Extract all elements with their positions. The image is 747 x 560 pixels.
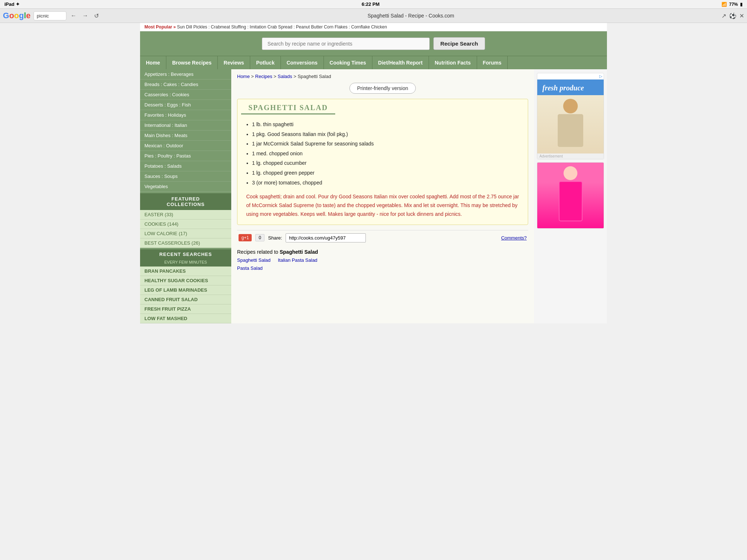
sidebar: Appetizers : Beverages Breads : Cakes : … <box>140 69 231 323</box>
related-link-1[interactable]: Spaghetti Salad <box>237 257 271 263</box>
search-leg-of-lamb[interactable]: LEG OF LAMB MARINADES <box>140 285 231 295</box>
printer-btn-row: Printer-friendly version <box>237 83 528 94</box>
share-icon[interactable]: ↗ <box>721 12 726 19</box>
g-plus-count: 0 <box>255 234 264 241</box>
search-input[interactable] <box>262 38 430 50</box>
recipe-title: SPAGHETTI SALAD <box>237 99 528 114</box>
comments-link[interactable]: Comments? <box>501 235 527 241</box>
recent-searches-header: RECENT SEARCHES <box>140 249 231 259</box>
related-link-2[interactable]: Italian Pasta Salad <box>278 257 317 263</box>
breadcrumb-salads[interactable]: Salads <box>278 74 292 79</box>
ingredient-3: 1 jar McCormick Salad Supreme for season… <box>252 139 519 149</box>
recipe-card: SPAGHETTI SALAD 1 lb. thin spaghetti 1 p… <box>237 99 528 225</box>
sidebar-item-pies[interactable]: Pies : Poultry : Pastas <box>140 151 231 161</box>
ad-label: Advertisement <box>537 153 604 159</box>
sidebar-item-mexican[interactable]: Mexican : Outdoor <box>140 141 231 151</box>
nav-cooking-times[interactable]: Cooking Times <box>324 56 372 69</box>
sidebar-item-potatoes[interactable]: Potatoes : Salads <box>140 161 231 171</box>
sidebar-item-appetizers[interactable]: Appetizers : Beverages <box>140 69 231 79</box>
sidebar-item-desserts[interactable]: Desserts : Eggs : Fish <box>140 100 231 110</box>
status-bar: iPad ✦ 6:22 PM 📶 77% ▮ <box>0 0 747 9</box>
related-link-3[interactable]: Pasta Salad <box>237 265 263 271</box>
ingredient-1: 1 lb. thin spaghetti <box>252 120 519 129</box>
battery-icon: ▮ <box>740 2 743 7</box>
browser-chrome: Google picnic ← → ↺ Spaghetti Salad - Re… <box>0 9 747 23</box>
browser-icons: ↗ ⚽ ✕ <box>721 12 744 19</box>
ad-image-1 <box>537 95 604 153</box>
popular-link-4[interactable]: Peanut Butter Corn Flakes <box>296 24 347 30</box>
nav-nutrition[interactable]: Nutrition Facts <box>429 56 477 69</box>
forward-button[interactable]: → <box>81 12 90 20</box>
website: Most Popular » Sun Dill Pickles : Crabme… <box>140 23 607 323</box>
breadcrumb-current: Spaghetti Salad <box>298 74 331 79</box>
url-bar[interactable]: picnic <box>34 11 66 20</box>
status-left: iPad ✦ <box>4 1 20 7</box>
recipe-instructions: Cook spaghetti; drain and cool. Pour dry… <box>237 192 528 224</box>
sidebar-item-casseroles[interactable]: Casseroles : Cookies <box>140 90 231 100</box>
featured-collections-header: FEATUREDCOLLECTIONS <box>140 193 231 210</box>
refresh-button[interactable]: ↺ <box>93 12 100 20</box>
search-low-fat[interactable]: LOW FAT MASHED <box>140 314 231 323</box>
nav-browse[interactable]: Browse Recipes <box>166 56 218 69</box>
breadcrumb-home[interactable]: Home <box>237 74 250 79</box>
sidebar-item-sauces[interactable]: Sauces : Soups <box>140 171 231 182</box>
popular-link-2[interactable]: Crabmeat Stuffing <box>211 24 246 30</box>
close-icon[interactable]: ✕ <box>739 12 744 19</box>
printer-friendly-button[interactable]: Printer-friendly version <box>349 83 416 94</box>
collection-best-casseroles[interactable]: BEST CASSEROLES (26) <box>140 238 231 248</box>
search-fresh-fruit[interactable]: FRESH FRUIT PIZZA <box>140 304 231 314</box>
nav-home[interactable]: Home <box>140 56 166 69</box>
most-popular-label: Most Popular » <box>144 24 176 30</box>
share-url-input[interactable] <box>286 233 366 242</box>
sidebar-item-international[interactable]: International : Italian <box>140 120 231 131</box>
ad-box-1: ▷ fresh produce Advertisement <box>537 73 604 159</box>
ad-corner: ▷ <box>537 73 604 79</box>
ad-column: ▷ fresh produce Advertisement <box>534 69 607 323</box>
sidebar-collections: EASTER (33) COOKIES (144) LOW CALORIE (1… <box>140 210 231 248</box>
ad-headline: fresh produce <box>537 79 604 95</box>
recent-searches-sub: EVERY FEW MINUTES <box>140 259 231 267</box>
sidebar-item-breads[interactable]: Breads : Cakes : Candies <box>140 79 231 90</box>
page-layout: Appetizers : Beverages Breads : Cakes : … <box>140 69 607 323</box>
search-healthy-sugar[interactable]: HEALTHY SUGAR COOKIES <box>140 276 231 285</box>
related-heading: Recipes related to Spaghetti Salad <box>237 249 528 255</box>
share-bar: g+1 0 Share: Comments? <box>237 230 528 245</box>
popular-link-5[interactable]: Cornflake Chicken <box>351 24 387 30</box>
sidebar-item-favorites[interactable]: Favorites : Holidays <box>140 110 231 120</box>
search-button[interactable]: Recipe Search <box>433 37 485 50</box>
ad-image-2 <box>537 163 604 228</box>
main-nav: Home Browse Recipes Reviews Potluck Conv… <box>140 56 607 69</box>
sidebar-item-main-dishes[interactable]: Main Dishes : Meats <box>140 131 231 141</box>
collection-cookies[interactable]: COOKIES (144) <box>140 219 231 229</box>
g-plus-button[interactable]: g+1 <box>239 234 252 241</box>
main-content: Home > Recipes > Salads > Spaghetti Sala… <box>231 69 534 323</box>
popular-link-3[interactable]: Imitation Crab Spread <box>250 24 293 30</box>
sidebar-item-vegetables[interactable]: Vegetables <box>140 182 231 192</box>
search-canned-fruit[interactable]: CANNED FRUIT SALAD <box>140 295 231 304</box>
share-label: Share: <box>268 235 282 241</box>
back-button[interactable]: ← <box>69 12 78 20</box>
collection-low-calorie[interactable]: LOW CALORIE (17) <box>140 229 231 238</box>
search-icon[interactable]: ⚽ <box>729 12 736 19</box>
breadcrumb-recipes[interactable]: Recipes <box>255 74 272 79</box>
ingredient-7: 3 (or more) tomatoes, chopped <box>252 178 519 188</box>
ingredient-5: 1 lg. chopped cucumber <box>252 158 519 168</box>
bluetooth-icon: 📶 <box>721 2 727 7</box>
nav-conversions[interactable]: Conversions <box>281 56 324 69</box>
nav-reviews[interactable]: Reviews <box>218 56 250 69</box>
nav-forums[interactable]: Forums <box>477 56 508 69</box>
ingredient-4: 1 med. chopped onion <box>252 149 519 159</box>
sidebar-categories: Appetizers : Beverages Breads : Cakes : … <box>140 69 231 192</box>
most-popular-bar: Most Popular » Sun Dill Pickles : Crabme… <box>140 23 607 31</box>
site-header: Recipe Search <box>140 31 607 56</box>
popular-link-1[interactable]: Sun Dill Pickles <box>177 24 207 30</box>
collection-easter[interactable]: EASTER (33) <box>140 210 231 219</box>
ad-box-2 <box>537 162 604 229</box>
ingredient-6: 1 lg. chopped green pepper <box>252 168 519 178</box>
search-bran-pancakes[interactable]: BRAN PANCAKES <box>140 267 231 276</box>
nav-diet[interactable]: Diet/Health Report <box>372 56 429 69</box>
ad-icon[interactable]: ▷ <box>599 74 602 79</box>
status-time: 6:22 PM <box>361 1 379 7</box>
page-title: Spaghetti Salad - Recipe - Cooks.com <box>103 13 719 19</box>
nav-potluck[interactable]: Potluck <box>250 56 281 69</box>
